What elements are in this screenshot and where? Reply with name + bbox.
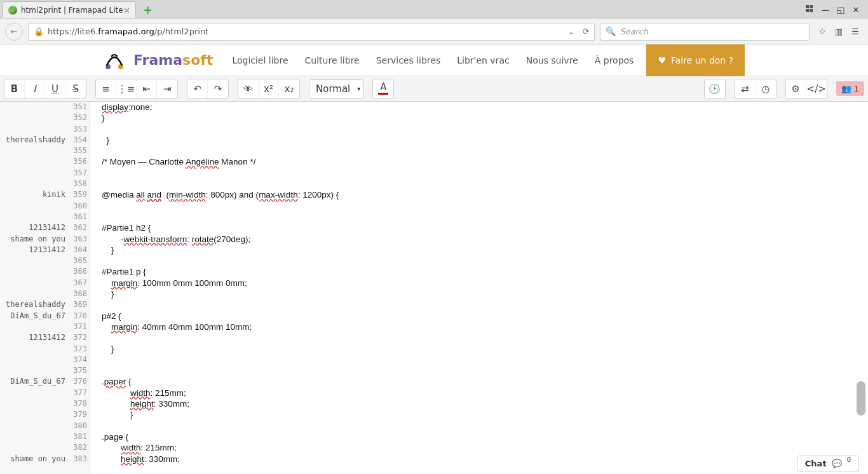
window-controls: — ◱ ✕	[806, 5, 865, 15]
url-toolbar: ← 🔒 https://lite6.framapad.org/p/html2pr…	[0, 19, 868, 44]
code-line[interactable]	[90, 365, 868, 376]
embed-button[interactable]: </>	[806, 79, 827, 98]
code-line[interactable]: height: 330mm;	[90, 398, 868, 409]
browser-tab-bar: html2print | Framapad Lite × + — ◱ ✕	[0, 0, 868, 19]
minimize-icon[interactable]: —	[821, 5, 830, 15]
code-line[interactable]: }	[90, 245, 868, 255]
code-line[interactable]	[90, 124, 868, 135]
search-input[interactable]: 🔍 Search	[600, 23, 810, 41]
framasoft-brand[interactable]: Framasoft	[133, 52, 213, 68]
code-line[interactable]: .page {	[90, 431, 868, 442]
code-line[interactable]	[90, 201, 868, 212]
italic-button[interactable]: I	[25, 79, 45, 98]
nav-logiciel[interactable]: Logiciel libre	[232, 55, 288, 65]
code-line[interactable]	[90, 299, 868, 310]
gutter-line: 368	[0, 288, 90, 299]
gutter-line: DiAm_S_du_67376	[0, 376, 90, 387]
code-line[interactable]: -webkit-transform: rotate(270deg);	[90, 234, 868, 245]
editor-content[interactable]: display:none;} } /* Moyen — Charlotte An…	[90, 102, 868, 474]
code-line[interactable]: margin: 40mm 40mm 100mm 10mm;	[90, 322, 868, 332]
code-line[interactable]: width: 215mm;	[90, 388, 868, 398]
underline-button[interactable]: U	[45, 79, 65, 98]
gutter-line: 358	[0, 179, 90, 189]
close-window-icon[interactable]: ✕	[851, 5, 860, 15]
menu-icon[interactable]: ☰	[851, 27, 859, 36]
code-line[interactable]: p#2 {	[90, 311, 868, 322]
tab-close-icon[interactable]: ×	[123, 5, 131, 15]
gutter-line: 353	[0, 124, 90, 135]
gutter-line: 356	[0, 156, 90, 167]
outdent-button[interactable]: ⇤	[137, 79, 157, 98]
import-export-button[interactable]: ⇄	[735, 79, 756, 98]
undo-button[interactable]: ↶	[187, 79, 208, 98]
gutter-line: 381	[0, 431, 90, 442]
url-path: /p/html2print	[154, 27, 208, 36]
apps-icon[interactable]	[806, 5, 815, 15]
ordered-list-button[interactable]: ≡	[96, 79, 116, 98]
gutter-line: 366	[0, 266, 90, 277]
nav-librenvrac[interactable]: Libr'en vrac	[457, 55, 509, 65]
code-line[interactable]: /* Moyen — Charlotte Angéline Manon */	[90, 156, 868, 167]
gutter-line: shame on you363	[0, 234, 90, 245]
chat-icon: 💬	[832, 459, 842, 468]
bold-button[interactable]: B	[4, 79, 25, 98]
code-line[interactable]	[90, 332, 868, 343]
settings-button[interactable]: ⚙	[786, 79, 806, 98]
superscript-button[interactable]: x²	[259, 79, 279, 98]
code-line[interactable]	[90, 168, 868, 179]
bookmark-icon[interactable]: ☆	[818, 27, 826, 36]
users-button[interactable]: 👥1	[836, 81, 864, 96]
code-line[interactable]	[90, 212, 868, 222]
heading-select[interactable]: Normal	[309, 79, 363, 98]
nav-suivre[interactable]: Nous suivre	[526, 55, 578, 65]
reload-icon[interactable]: ⟳	[582, 27, 589, 36]
line-gutter: 351352353therealshaddy354355356357358kin…	[0, 102, 90, 474]
nav-apropos[interactable]: À propos	[595, 55, 634, 65]
code-line[interactable]: }	[90, 112, 868, 123]
nav-services[interactable]: Services libres	[376, 55, 441, 65]
gutter-line: 380	[0, 421, 90, 431]
etherpad-toolbar: B I U S ≡ ⋮≡ ⇤ ⇥ ↶ ↷ 👁 x² x₂ Normal A 🕑 …	[0, 76, 868, 102]
clear-auth-button[interactable]: 👁	[238, 79, 259, 98]
code-line[interactable]: }	[90, 288, 868, 299]
library-icon[interactable]: ▥	[835, 27, 843, 36]
gutter-line: 373	[0, 344, 90, 355]
browser-tab[interactable]: html2print | Framapad Lite ×	[3, 1, 136, 18]
back-button[interactable]: ←	[5, 23, 23, 41]
new-tab-button[interactable]: +	[140, 3, 155, 16]
frama-nav: Logiciel libre Culture libre Services li…	[232, 55, 634, 65]
code-line[interactable]: margin: 100mm 0mm 100mm 0mm;	[90, 278, 868, 288]
nav-culture[interactable]: Culture libre	[305, 55, 360, 65]
code-line[interactable]	[90, 421, 868, 431]
code-line[interactable]: @media all and (min-width: 800px) and (m…	[90, 189, 868, 200]
maximize-icon[interactable]: ◱	[836, 5, 845, 15]
code-line[interactable]	[90, 146, 868, 156]
code-line[interactable]	[90, 355, 868, 365]
code-line[interactable]: }	[90, 344, 868, 355]
strike-button[interactable]: S	[65, 79, 86, 98]
code-line[interactable]: .paper {	[90, 376, 868, 387]
redo-button[interactable]: ↷	[208, 79, 228, 98]
url-input[interactable]: 🔒 https://lite6.framapad.org/p/html2prin…	[28, 23, 595, 41]
tab-title: html2print | Framapad Lite	[21, 6, 123, 15]
timeslider-button[interactable]: ◷	[756, 79, 776, 98]
code-line[interactable]: height: 330mm;	[90, 454, 868, 464]
code-line[interactable]	[90, 179, 868, 189]
code-line[interactable]: #Partie1 h2 {	[90, 222, 868, 233]
code-line[interactable]: display:none;	[90, 102, 868, 112]
code-line[interactable]: }	[90, 409, 868, 420]
code-line[interactable]: }	[90, 135, 868, 146]
code-line[interactable]	[90, 255, 868, 266]
code-line[interactable]: width: 215mm;	[90, 442, 868, 453]
indent-button[interactable]: ⇥	[157, 79, 177, 98]
scrollbar-thumb[interactable]	[857, 381, 865, 416]
donate-button[interactable]: ♥ Faire un don ?	[646, 44, 745, 76]
font-color-button[interactable]: A	[373, 79, 393, 98]
chat-toggle[interactable]: Chat 💬 0	[797, 456, 859, 471]
subscript-button[interactable]: x₂	[279, 79, 299, 98]
dropdown-icon[interactable]: ⌄	[568, 27, 575, 36]
framasoft-logo[interactable]	[102, 48, 127, 73]
code-line[interactable]: #Partie1 p {	[90, 266, 868, 277]
save-revision-button[interactable]: 🕑	[705, 79, 725, 98]
unordered-list-button[interactable]: ⋮≡	[116, 79, 137, 98]
